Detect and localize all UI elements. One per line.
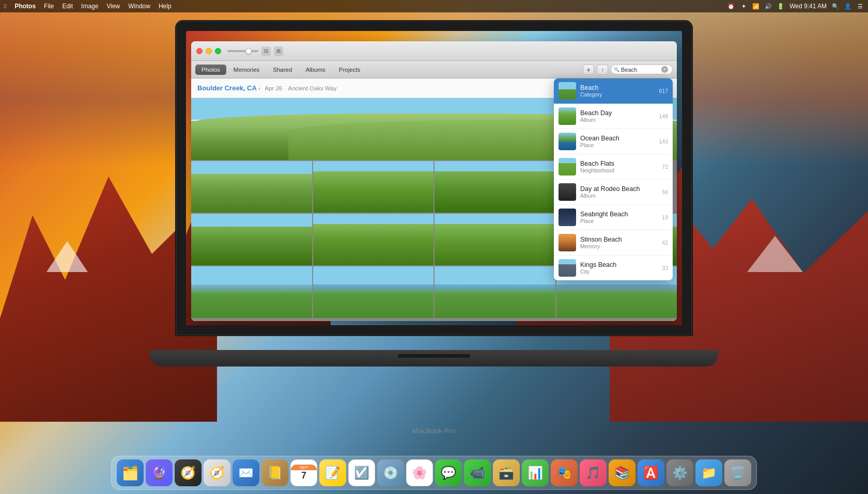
menu-image[interactable]: Image — [81, 3, 98, 10]
result-subtitle-6: Place — [580, 218, 658, 224]
dock-facetime[interactable]: 📹 — [464, 459, 491, 486]
dock-messages[interactable]: 💬 — [435, 459, 462, 486]
dock-contacts[interactable]: 📒 — [261, 459, 288, 486]
menu-view[interactable]: View — [106, 3, 120, 10]
thumb-img-3 — [559, 133, 576, 150]
result-thumb-4 — [559, 158, 576, 176]
tab-albums[interactable]: Albums — [299, 65, 331, 75]
sidebar-toggle[interactable]: ⊟ — [261, 46, 271, 56]
dock-trash[interactable]: 🗑️ — [724, 459, 751, 486]
photos-app-window: ⊟ ⊞ Photos Memories Shared Albums Projec… — [191, 41, 677, 321]
user-icon[interactable]: 👤 — [844, 3, 851, 10]
photo-bottom-1[interactable] — [191, 266, 312, 318]
photo-hikers-1[interactable] — [313, 161, 434, 213]
photo-bottom-1-bg — [191, 266, 312, 318]
dock-keynote[interactable]: 🎭 — [551, 459, 578, 486]
search-clear-button[interactable]: ✕ — [661, 66, 668, 73]
dock-reminders[interactable]: ☑️ — [348, 459, 375, 486]
dock-photos[interactable]: 🌸 — [406, 459, 433, 486]
dock-appstore[interactable]: 🅰️ — [638, 459, 664, 486]
photo-group-girls[interactable] — [313, 214, 434, 265]
fullscreen-toggle[interactable]: ⊞ — [274, 46, 283, 56]
minimize-button[interactable] — [206, 48, 212, 54]
search-result-ocean-beach[interactable]: Ocean Beach Place 143 — [554, 129, 673, 154]
thumb-img-6 — [559, 209, 576, 226]
dock-systemprefs[interactable]: ⚙️ — [667, 459, 693, 486]
result-title-7: Stinson Beach — [580, 236, 658, 243]
menu-edit[interactable]: Edit — [62, 3, 73, 10]
search-result-beach-flats[interactable]: Beach Flats Neighborhood 72 — [554, 154, 673, 180]
result-count-4: 72 — [662, 164, 668, 170]
tab-memories[interactable]: Memories — [227, 65, 266, 75]
laptop-bottom — [150, 350, 718, 366]
dock-calendar[interactable]: SEP 7 — [290, 459, 317, 486]
photo-girl-blue-pack[interactable] — [435, 214, 555, 265]
search-menu-icon[interactable]: 🔍 — [832, 3, 839, 10]
result-thumb-7 — [559, 234, 576, 251]
screen-inner: ⊟ ⊞ Photos Memories Shared Albums Projec… — [186, 31, 682, 325]
result-info-1: Beach Category — [580, 84, 655, 98]
photo-girl-pink-bg — [191, 214, 312, 265]
volume-icon[interactable]: 🔊 — [765, 3, 772, 10]
dock-keynote-slides[interactable]: 🗃️ — [493, 459, 520, 486]
result-info-4: Beach Flats Neighborhood — [580, 160, 658, 173]
dock-folder[interactable]: 📁 — [695, 459, 722, 486]
dock-siri[interactable]: 🔮 — [146, 459, 173, 486]
dock-notes[interactable]: 📝 — [319, 459, 346, 486]
result-thumb-1 — [559, 82, 576, 100]
control-center-icon[interactable]: ☰ — [857, 3, 864, 10]
traffic-lights — [196, 48, 221, 54]
result-count-2: 148 — [659, 113, 668, 119]
photo-couple-bg — [191, 161, 312, 213]
result-subtitle-7: Memory — [580, 243, 658, 249]
tab-photos[interactable]: Photos — [195, 65, 226, 75]
menu-window[interactable]: Window — [128, 3, 150, 10]
search-box[interactable]: 🔍 ✕ — [611, 65, 673, 74]
tab-shared[interactable]: Shared — [267, 65, 298, 75]
maximize-button[interactable] — [215, 48, 221, 54]
dock-itunes[interactable]: 🎵 — [580, 459, 607, 486]
menu-file[interactable]: File — [44, 3, 54, 10]
search-result-rodeo-beach[interactable]: Day at Rodeo Beach Album 56 — [554, 180, 673, 205]
result-count-5: 56 — [662, 189, 668, 195]
dock-finder[interactable]: 🗂️ — [117, 459, 144, 486]
location-city[interactable]: Boulder Creek, CA — [197, 84, 257, 92]
apple-menu[interactable]:  — [4, 3, 6, 10]
dock-safari[interactable]: 🧭 — [204, 459, 230, 486]
tab-projects[interactable]: Projects — [333, 65, 367, 75]
result-info-3: Ocean Beach Place — [580, 135, 655, 148]
search-result-beach-category[interactable]: Beach Category 617 — [554, 78, 673, 104]
search-result-kings-beach[interactable]: Kings Beach City 33 — [554, 256, 673, 280]
search-result-stinson[interactable]: Stinson Beach Memory 42 — [554, 230, 673, 256]
dock-dvd[interactable]: 💿 — [377, 459, 404, 486]
result-thumb-3 — [559, 133, 576, 150]
dock-numbers[interactable]: 📊 — [522, 459, 549, 486]
laptop-notch — [398, 354, 470, 358]
toolbar-right-actions: + ↑ 🔍 ✕ — [583, 65, 673, 75]
result-count-8: 33 — [662, 265, 668, 271]
photo-couple[interactable] — [191, 161, 312, 213]
search-result-seabright[interactable]: Seabright Beach Place 19 — [554, 205, 673, 230]
dock-mail[interactable]: ✉️ — [233, 459, 259, 486]
app-name[interactable]: Photos — [14, 3, 36, 10]
share-button[interactable]: ↑ — [597, 65, 608, 75]
result-info-6: Seabright Beach Place — [580, 211, 658, 224]
zoom-slider[interactable] — [227, 50, 258, 52]
result-count-7: 42 — [662, 240, 668, 246]
wifi-icon[interactable]: 📶 — [752, 3, 760, 10]
search-result-beach-day[interactable]: Beach Day Album 148 — [554, 104, 673, 129]
photo-hikers-2-bg — [435, 161, 555, 213]
battery-icon[interactable]: 🔋 — [777, 3, 784, 10]
dock-ibooks[interactable]: 📚 — [609, 459, 636, 486]
dock-dashboard[interactable]: 🧭 — [175, 459, 202, 486]
menu-help[interactable]: Help — [159, 3, 172, 10]
photo-hikers-2[interactable] — [435, 161, 555, 213]
photo-bottom-2[interactable] — [313, 266, 434, 318]
add-button[interactable]: + — [583, 65, 594, 75]
close-button[interactable] — [196, 48, 203, 54]
search-input[interactable] — [621, 67, 660, 73]
photo-girl-pink[interactable] — [191, 214, 312, 265]
bluetooth-icon[interactable]: ✦ — [740, 3, 747, 10]
photo-bottom-3[interactable] — [435, 266, 555, 318]
result-subtitle-8: City — [580, 268, 658, 275]
